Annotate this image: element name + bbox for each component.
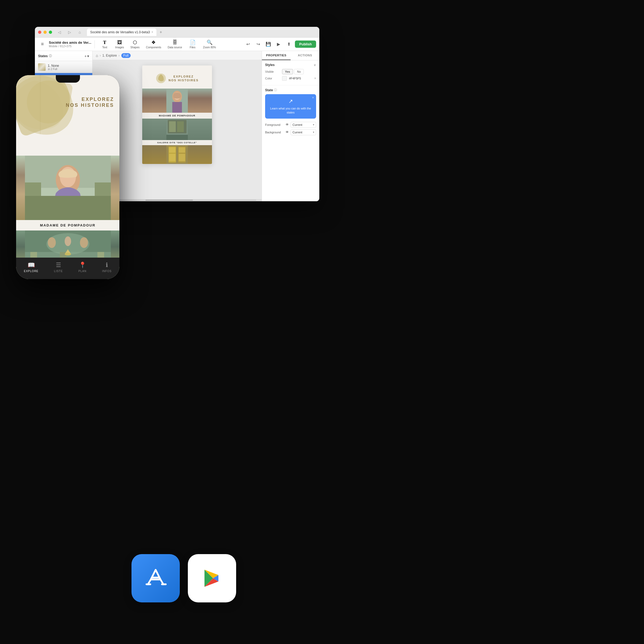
yes-button[interactable]: Yes <box>282 69 293 74</box>
tool-images[interactable]: 🖼 Images <box>112 39 127 50</box>
nav-infos[interactable]: ℹ INFOS <box>102 262 112 273</box>
background-row: Background 👁 Current ▾ <box>265 129 316 135</box>
learn-card: × ↗ Learn what you can do with the state… <box>265 94 316 119</box>
preview-header: EXPLOREZ NOS HISTOIRES <box>142 65 212 89</box>
nav-plan[interactable]: 📍 PLAN <box>78 262 86 273</box>
state-thumb-none <box>38 63 46 71</box>
tab-title: Société des amis de Versailles v1.0-beta… <box>90 30 150 34</box>
foreground-eye-icon[interactable]: 👁 <box>286 123 289 127</box>
preview-card-2: GALERIE DITE "DES COTELLE" <box>142 119 212 145</box>
breadcrumb: ⌂ › 1. Explore › Full <box>93 51 262 60</box>
phone-title-block: EXPLOREZ NOS HISTOIRES <box>66 97 114 108</box>
datasource-tool-label: Data source <box>168 46 182 49</box>
color-label: Color <box>265 77 280 80</box>
back-button[interactable]: ◁ <box>56 29 62 35</box>
phone-title-line2: NOS HISTOIRES <box>66 103 114 108</box>
share-button[interactable]: ⬆ <box>285 40 293 48</box>
plan-label: PLAN <box>78 270 86 273</box>
preview-button[interactable]: ▶ <box>275 40 283 48</box>
text-icon: 𝐓 <box>103 40 106 45</box>
app-store-svg <box>144 566 168 590</box>
learn-card-close-button[interactable]: × <box>312 96 314 100</box>
close-dot[interactable] <box>38 31 41 34</box>
phone-notch <box>56 75 80 83</box>
tool-shapes[interactable]: ⬡ Shapes <box>128 38 142 50</box>
images-icon: 🖼 <box>117 40 122 45</box>
tab-properties[interactable]: PROPERTIES <box>262 51 291 60</box>
tool-files[interactable]: 📄 Files <box>186 38 199 50</box>
svg-rect-14 <box>179 147 185 153</box>
forward-button[interactable]: ▷ <box>67 29 72 35</box>
home-button[interactable]: ⌂ <box>77 29 83 35</box>
minimize-dot[interactable] <box>43 31 47 34</box>
background-chevron-icon: ▾ <box>313 131 314 134</box>
phone-screen: EXPLOREZ NOS HISTOIRES <box>16 75 119 279</box>
app-preview: EXPLOREZ NOS HISTOIRES <box>142 65 212 164</box>
liste-icon: ☰ <box>56 262 61 269</box>
styles-label: Styles <box>265 63 275 67</box>
menu-button[interactable]: ≡ <box>38 40 47 49</box>
browser-tab[interactable]: Société des amis de Versailles v1.0-beta… <box>87 28 156 36</box>
publish-button[interactable]: Publish <box>295 41 316 48</box>
files-icon: 📄 <box>190 39 196 45</box>
tab-actions[interactable]: ACTIONS <box>291 51 319 60</box>
new-tab-button[interactable]: + <box>160 30 162 35</box>
doors-svg <box>166 145 188 164</box>
tab-close-button[interactable]: × <box>152 31 153 34</box>
styles-section: Styles ∨ Visible Yes No Color #F4F5F5 × <box>262 60 319 85</box>
play-store-icon[interactable] <box>188 554 236 602</box>
svg-point-33 <box>65 253 71 255</box>
background-value: Current <box>292 131 302 134</box>
background-label: Background <box>265 131 284 134</box>
toolbar-divider <box>94 40 95 48</box>
phone-pompadour-svg <box>25 156 111 220</box>
states-add-button[interactable]: +▾ <box>85 54 89 58</box>
nav-liste[interactable]: ☰ LISTE <box>54 262 63 273</box>
explore-icon: 📖 <box>28 262 35 269</box>
shapes-icon: ⬡ <box>133 39 137 45</box>
datasource-icon: 🗄 <box>173 40 177 45</box>
home-icon[interactable]: ⌂ <box>96 53 98 58</box>
breadcrumb-sep-1: › <box>100 54 101 57</box>
tool-datasource[interactable]: 🗄 Data source <box>165 39 185 50</box>
app-toolbar: ≡ Société des amis de Ver... Mobile / 81… <box>35 38 319 51</box>
undo-button[interactable]: ↩ <box>244 40 252 48</box>
states-title: States ⓘ <box>38 54 85 58</box>
styles-chevron-icon[interactable]: ∨ <box>314 63 316 67</box>
state-info-icon: ⓘ <box>274 88 277 92</box>
images-tool-label: Images <box>115 46 124 49</box>
app-store-icon[interactable] <box>131 554 180 602</box>
background-eye-icon[interactable]: 👁 <box>286 130 289 134</box>
maximize-dot[interactable] <box>49 31 52 34</box>
state-section: State ⓘ × ↗ Learn what you can do with t… <box>262 85 319 140</box>
foreground-label: Foreground <box>265 123 284 126</box>
save-button[interactable]: 💾 <box>264 40 272 48</box>
svg-rect-7 <box>169 121 176 132</box>
scrollbar-track <box>98 200 256 201</box>
no-button[interactable]: No <box>294 69 304 74</box>
pompadour-svg <box>166 89 188 113</box>
color-value: #F4F5F5 <box>289 77 312 80</box>
breadcrumb-explore[interactable]: 1. Explore <box>102 54 117 57</box>
preview-app-title: EXPLOREZ NOS HISTOIRES <box>169 75 199 82</box>
phone-hero: EXPLOREZ NOS HISTOIRES <box>16 75 119 156</box>
nav-explore[interactable]: 📖 EXPLORE <box>24 262 38 273</box>
background-dropdown[interactable]: Current ▾ <box>291 129 316 135</box>
properties-panel: PROPERTIES ACTIONS Styles ∨ Visible Yes … <box>262 51 319 201</box>
state-item-none[interactable]: 1. None ⊘ 2 Full <box>35 61 92 73</box>
tool-components[interactable]: ❖ Components <box>143 38 164 50</box>
svg-point-29 <box>80 237 88 248</box>
color-clear-button[interactable]: × <box>314 76 316 80</box>
breadcrumb-full[interactable]: Full <box>121 53 131 58</box>
color-swatch[interactable] <box>282 76 287 81</box>
app-sub: Mobile / 812×375 <box>49 45 91 48</box>
tool-zoom[interactable]: 🔍 Zoom 80% <box>200 38 219 50</box>
breadcrumb-sep-2: › <box>119 54 120 57</box>
toolbar-tools: 𝐓 Text 🖼 Images ⬡ Shapes ❖ Components 🗄 … <box>98 38 244 50</box>
phone-mockup: EXPLOREZ NOS HISTOIRES <box>16 75 119 279</box>
tool-text[interactable]: 𝐓 Text <box>98 39 111 50</box>
preview-card-3-image <box>142 145 212 164</box>
redo-button[interactable]: ↪ <box>254 40 262 48</box>
foreground-dropdown[interactable]: Current ▾ <box>291 122 316 128</box>
preview-card-1: MADAME DE POMPADOUR <box>142 89 212 119</box>
